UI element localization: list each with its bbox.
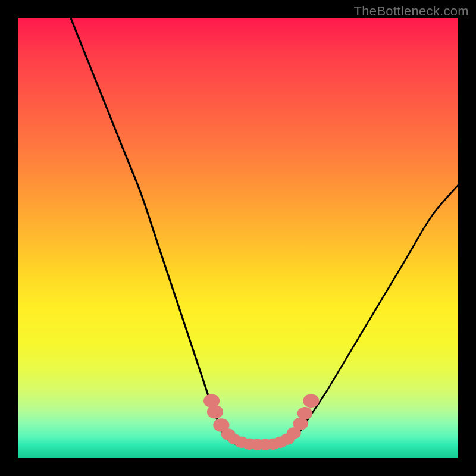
valley-markers-group	[203, 394, 319, 450]
valley-marker	[207, 405, 223, 419]
valley-marker	[298, 407, 313, 419]
chart-stage: TheBottleneck.com	[0, 0, 476, 476]
watermark-text: TheBottleneck.com	[354, 4, 469, 19]
curve-svg	[18, 18, 458, 458]
curve-left-branch	[71, 18, 229, 440]
valley-marker	[303, 394, 319, 408]
plot-area	[18, 18, 458, 458]
